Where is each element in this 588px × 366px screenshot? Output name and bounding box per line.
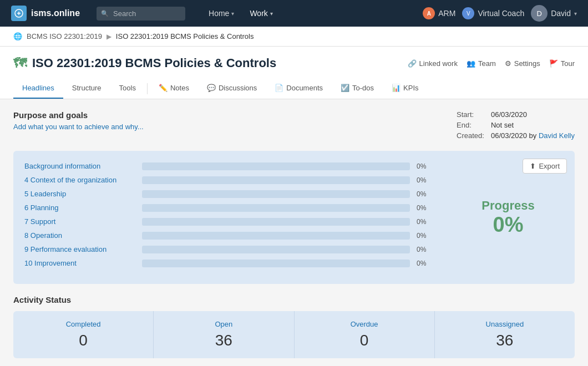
breadcrumb-parent[interactable]: BCMS ISO 22301:2019 bbox=[27, 32, 102, 40]
bar-item: Background information 0% bbox=[24, 162, 436, 170]
progress-card: ⬆ Export Background information 0% 4 Con… bbox=[13, 151, 575, 284]
bar-pct: 0% bbox=[417, 162, 436, 170]
bar-pct: 0% bbox=[417, 246, 436, 253]
bar-label[interactable]: 10 Improvement bbox=[24, 259, 135, 267]
user-menu[interactable]: D David ▾ bbox=[531, 5, 577, 22]
nav-work[interactable]: Work ▾ bbox=[243, 6, 279, 21]
activity-cards: Completed 0 Open 36 Overdue 0 Unassigned… bbox=[13, 311, 575, 358]
activity-card: Open 36 bbox=[154, 311, 294, 358]
created-by-link[interactable]: David Kelly bbox=[539, 131, 575, 140]
bar-track bbox=[142, 232, 410, 240]
bar-item: 6 Planning 0% bbox=[24, 204, 436, 212]
bar-item: 4 Context of the organization 0% bbox=[24, 176, 436, 184]
arm-icon: A bbox=[423, 7, 435, 19]
bar-item: 9 Performance evaluation 0% bbox=[24, 245, 436, 253]
purpose-title: Purpose and goals bbox=[13, 110, 144, 120]
bar-label[interactable]: Background information bbox=[24, 162, 135, 170]
virtual-coach-icon: V bbox=[462, 7, 474, 19]
progress-right: Progress 0% bbox=[453, 162, 564, 273]
bar-track bbox=[142, 190, 410, 198]
progress-content: Background information 0% 4 Context of t… bbox=[24, 162, 564, 273]
export-button[interactable]: ⬆ Export bbox=[523, 159, 567, 174]
avatar: D bbox=[531, 5, 548, 22]
notes-icon: ✏️ bbox=[159, 84, 168, 92]
settings-button[interactable]: ⚙ Settings bbox=[505, 59, 540, 68]
search-wrapper bbox=[97, 7, 185, 21]
bar-pct: 0% bbox=[417, 218, 436, 226]
bar-item: 5 Leadership 0% bbox=[24, 190, 436, 198]
logo[interactable]: isms.online bbox=[11, 6, 80, 21]
bar-label[interactable]: 7 Support bbox=[24, 217, 135, 226]
progress-bars: Background information 0% 4 Context of t… bbox=[24, 162, 436, 273]
bar-track bbox=[142, 162, 410, 170]
purpose-add-link[interactable]: Add what you want to achieve and why... bbox=[13, 123, 144, 131]
bar-track bbox=[142, 260, 410, 267]
search-input[interactable] bbox=[97, 7, 185, 21]
kpis-icon: 📊 bbox=[392, 84, 401, 92]
chevron-down-icon: ▾ bbox=[574, 11, 577, 17]
logo-icon bbox=[11, 6, 27, 21]
main-content: Purpose and goals Add what you want to a… bbox=[0, 99, 588, 366]
nav-links: Home ▾ Work ▾ bbox=[202, 6, 423, 21]
tab-tools[interactable]: Tools bbox=[110, 78, 145, 99]
bar-pct: 0% bbox=[417, 204, 436, 212]
breadcrumb-separator: ▶ bbox=[107, 33, 111, 40]
tab-discussions[interactable]: 💬 Discussions bbox=[198, 78, 266, 99]
bar-pct: 0% bbox=[417, 232, 436, 240]
team-button[interactable]: 👥 Team bbox=[467, 59, 496, 68]
page-header: 🗺 ISO 22301:2019 BCMS Policies & Control… bbox=[0, 47, 588, 99]
bar-item: 7 Support 0% bbox=[24, 217, 436, 226]
bar-track bbox=[142, 246, 410, 253]
tour-button[interactable]: 🚩 Tour bbox=[549, 59, 575, 68]
activity-card-value: 36 bbox=[444, 332, 566, 349]
nav-home[interactable]: Home ▾ bbox=[202, 6, 241, 21]
page-actions: 🔗 Linked work 👥 Team ⚙ Settings 🚩 Tour bbox=[408, 59, 575, 68]
meta-values: 06/03/2020 Not set 06/03/2020 by David K… bbox=[491, 110, 575, 140]
page-title: 🗺 ISO 22301:2019 BCMS Policies & Control… bbox=[13, 55, 276, 71]
activity-card-label: Overdue bbox=[303, 320, 425, 328]
tabs-bar: Headlines Structure Tools ✏️ Notes 💬 Dis… bbox=[13, 78, 575, 99]
bar-label[interactable]: 8 Operation bbox=[24, 231, 135, 240]
activity-card-label: Unassigned bbox=[444, 320, 566, 328]
chevron-down-icon: ▾ bbox=[270, 11, 273, 17]
activity-title: Activity Status bbox=[13, 295, 575, 304]
tab-structure[interactable]: Structure bbox=[63, 78, 110, 99]
virtual-coach-link[interactable]: V Virtual Coach bbox=[462, 7, 524, 19]
tab-documents[interactable]: 📄 Documents bbox=[266, 78, 332, 99]
link-icon: 🔗 bbox=[408, 59, 417, 68]
linked-work-button[interactable]: 🔗 Linked work bbox=[408, 59, 458, 68]
top-navigation: isms.online Home ▾ Work ▾ A ARM V Virtua… bbox=[0, 0, 588, 27]
bar-label[interactable]: 5 Leadership bbox=[24, 190, 135, 198]
bar-label[interactable]: 9 Performance evaluation bbox=[24, 245, 135, 253]
activity-card-label: Completed bbox=[22, 320, 144, 328]
meta-labels: Start: End: Created: bbox=[457, 110, 484, 140]
activity-card: Unassigned 36 bbox=[435, 311, 575, 358]
globe-icon: 🌐 bbox=[13, 32, 22, 40]
team-icon: 👥 bbox=[467, 59, 475, 68]
arm-link[interactable]: A ARM bbox=[423, 7, 455, 19]
activity-card: Overdue 0 bbox=[295, 311, 435, 358]
flag-icon: 🚩 bbox=[549, 59, 558, 68]
breadcrumb: 🌐 BCMS ISO 22301:2019 ▶ ISO 22301:2019 B… bbox=[0, 27, 588, 47]
activity-card-value: 0 bbox=[303, 332, 425, 349]
bcms-icon: 🗺 bbox=[13, 55, 27, 71]
bar-pct: 0% bbox=[417, 190, 436, 198]
page-title-row: 🗺 ISO 22301:2019 BCMS Policies & Control… bbox=[13, 55, 575, 71]
activity-card-label: Open bbox=[163, 320, 285, 328]
gear-icon: ⚙ bbox=[505, 59, 511, 68]
tab-kpis[interactable]: 📊 KPIs bbox=[383, 78, 427, 99]
purpose-meta-block: Start: End: Created: 06/03/2020 Not set … bbox=[457, 110, 575, 140]
todos-icon: ☑️ bbox=[341, 84, 349, 92]
bar-pct: 0% bbox=[417, 176, 436, 184]
bar-track bbox=[142, 218, 410, 226]
purpose-left: Purpose and goals Add what you want to a… bbox=[13, 110, 144, 131]
bar-label[interactable]: 4 Context of the organization bbox=[24, 176, 135, 184]
tab-divider bbox=[147, 83, 148, 94]
bar-track bbox=[142, 176, 410, 184]
tab-headlines[interactable]: Headlines bbox=[13, 78, 63, 99]
tab-notes[interactable]: ✏️ Notes bbox=[150, 78, 198, 99]
bar-label[interactable]: 6 Planning bbox=[24, 204, 135, 212]
tab-todos[interactable]: ☑️ To-dos bbox=[332, 78, 383, 99]
purpose-meta: Start: End: Created: 06/03/2020 Not set … bbox=[457, 110, 575, 140]
bar-item: 8 Operation 0% bbox=[24, 231, 436, 240]
